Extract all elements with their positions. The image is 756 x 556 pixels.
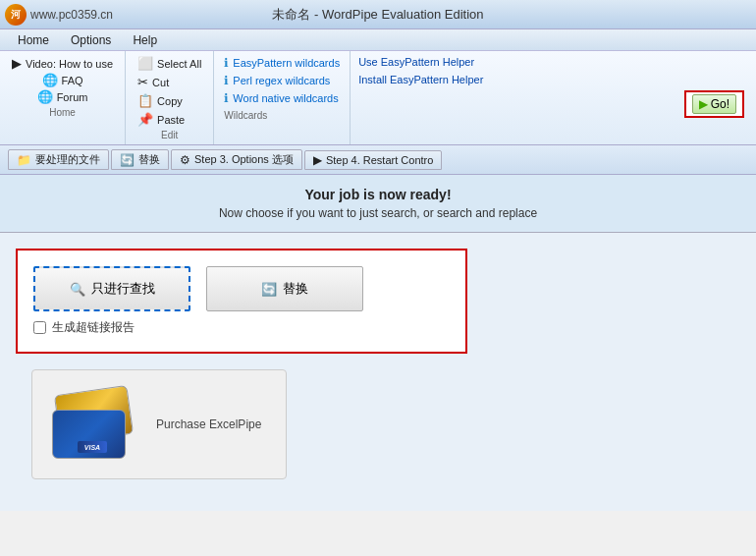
search-only-button[interactable]: 🔍 只进行查找 [33, 266, 190, 311]
title-bar: 河 www.pc0359.cn 未命名 - WordPipe Evaluatio… [0, 0, 756, 29]
menu-bar: Home Options Help [0, 29, 756, 51]
visa-logo: VISA [78, 441, 107, 453]
action-box: 🔍 只进行查找 🔄 替换 生成超链接报告 [16, 249, 467, 354]
status-area: Your job is now ready! Now choose if you… [0, 175, 756, 233]
select-icon: ⬜ [137, 56, 153, 71]
toolbar-group-wildcards: ℹ EasyPattern wildcards ℹ Perl regex wil… [214, 51, 351, 144]
edit-group-label: Edit [161, 130, 178, 140]
hyperlink-report-checkbox[interactable] [33, 321, 46, 334]
copy-button[interactable]: 📋 Copy [134, 92, 205, 109]
replace-action-icon: 🔄 [261, 282, 277, 297]
tab-restart[interactable]: ▶ Step 4. Restart Contro [304, 150, 442, 170]
watermark-text: www.pc0359.cn [30, 8, 113, 22]
search-only-icon: 🔍 [70, 282, 85, 297]
toolbar-group-home: ▶ Video: How to use 🌐 FAQ 🌐 Forum Home [0, 51, 126, 144]
select-all-button[interactable]: ⬜ Select All [134, 55, 205, 72]
options-tab-icon: ⚙ [180, 153, 190, 167]
use-easypattern-link[interactable]: Use EasyPattern Helper [358, 55, 748, 69]
window-title: 未命名 - WordPipe Evaluation Edition [272, 6, 483, 24]
logo-icon: 河 [5, 4, 27, 26]
main-content: 🔍 只进行查找 🔄 替换 生成超链接报告 VISA Purchase Excel… [0, 233, 756, 511]
play-icon: ▶ [12, 56, 22, 71]
info3-icon: ℹ [224, 91, 229, 105]
tab-options[interactable]: ⚙ Step 3. Options 选项 [171, 149, 302, 170]
info2-icon: ℹ [224, 74, 229, 87]
go-play-icon: ▶ [699, 97, 708, 111]
forum-button[interactable]: 🌐 Forum [33, 88, 92, 105]
easy-pattern-wildcards-link[interactable]: ℹ EasyPattern wildcards [224, 55, 340, 71]
replace-button[interactable]: 🔄 替换 [206, 266, 363, 311]
home-group-label: Home [49, 107, 76, 118]
cut-button[interactable]: ✂ Cut [134, 74, 205, 90]
video-button[interactable]: ▶ Video: How to use [8, 55, 117, 72]
status-subtitle: Now choose if you want to just search, o… [12, 206, 744, 220]
globe-icon: 🌐 [42, 73, 58, 87]
menu-options[interactable]: Options [61, 31, 121, 49]
paste-icon: 📌 [137, 112, 153, 127]
action-buttons-row: 🔍 只进行查找 🔄 替换 [33, 266, 450, 311]
purchase-label: Purchase ExcelPipe [156, 417, 261, 431]
wildcards-group-label: Wildcards [224, 110, 340, 121]
tab-replace[interactable]: 🔄 替换 [111, 149, 169, 170]
install-easypattern-link[interactable]: Install EasyPattern Helper [358, 73, 748, 86]
cut-icon: ✂ [137, 75, 148, 89]
go-box: ▶ Go! [684, 90, 744, 118]
globe2-icon: 🌐 [37, 89, 53, 104]
go-button[interactable]: ▶ Go! [692, 94, 736, 114]
credit-cards-image: VISA [52, 390, 140, 459]
toolbar-group-edit: ⬜ Select All ✂ Cut 📋 Copy 📌 Paste Edit [126, 51, 214, 144]
title-bar-logo: 河 www.pc0359.cn [5, 4, 113, 26]
folder-icon: 📁 [17, 153, 31, 167]
word-native-wildcards-link[interactable]: ℹ Word native wildcards [224, 90, 340, 106]
menu-help[interactable]: Help [123, 31, 167, 49]
replace-tab-icon: 🔄 [120, 153, 135, 167]
tabs-row: 📁 要处理的文件 🔄 替换 ⚙ Step 3. Options 选项 ▶ Ste… [0, 145, 756, 175]
perl-regex-wildcards-link[interactable]: ℹ Perl regex wildcards [224, 73, 340, 88]
blue-card: VISA [52, 410, 126, 459]
faq-button[interactable]: 🌐 FAQ [38, 72, 87, 88]
copy-icon: 📋 [137, 93, 153, 108]
tab-files[interactable]: 📁 要处理的文件 [8, 149, 109, 170]
go-section: ▶ Go! [684, 90, 748, 118]
restart-tab-icon: ▶ [313, 153, 322, 167]
toolbar: ▶ Video: How to use 🌐 FAQ 🌐 Forum Home ⬜… [0, 51, 756, 145]
hyperlink-report-label: 生成超链接报告 [52, 319, 135, 336]
checkbox-row: 生成超链接报告 [33, 319, 450, 336]
status-title: Your job is now ready! [12, 187, 744, 202]
menu-home[interactable]: Home [8, 31, 59, 49]
info-icon: ℹ [224, 56, 229, 70]
purchase-area: VISA Purchase ExcelPipe [31, 369, 287, 479]
paste-button[interactable]: 📌 Paste [134, 111, 205, 128]
